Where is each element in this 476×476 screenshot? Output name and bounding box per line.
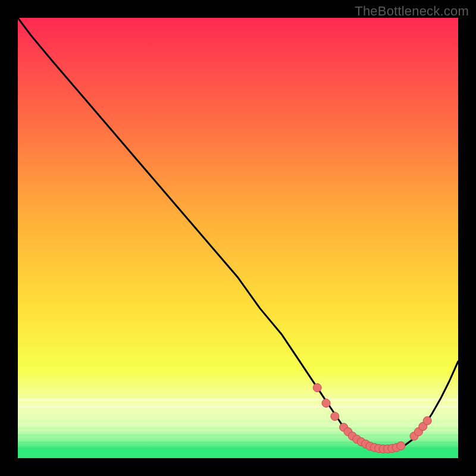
svg-rect-5 (18, 434, 458, 436)
marker-point (423, 416, 431, 425)
marker-point (331, 412, 339, 421)
svg-rect-2 (18, 413, 458, 415)
svg-rect-1 (18, 406, 458, 408)
svg-rect-4 (18, 427, 458, 429)
svg-rect-6 (18, 441, 458, 443)
marker-point (397, 441, 405, 450)
svg-rect-3 (18, 420, 458, 422)
watermark-text: TheBottleneck.com (355, 4, 469, 19)
plot-area (18, 18, 458, 458)
marker-point (313, 384, 321, 392)
chart-svg (18, 18, 458, 458)
svg-rect-0 (18, 399, 458, 401)
marker-point (322, 399, 330, 408)
chart-frame: { "watermark": "TheBottleneck.com", "col… (0, 0, 476, 476)
gradient-background (18, 18, 458, 458)
